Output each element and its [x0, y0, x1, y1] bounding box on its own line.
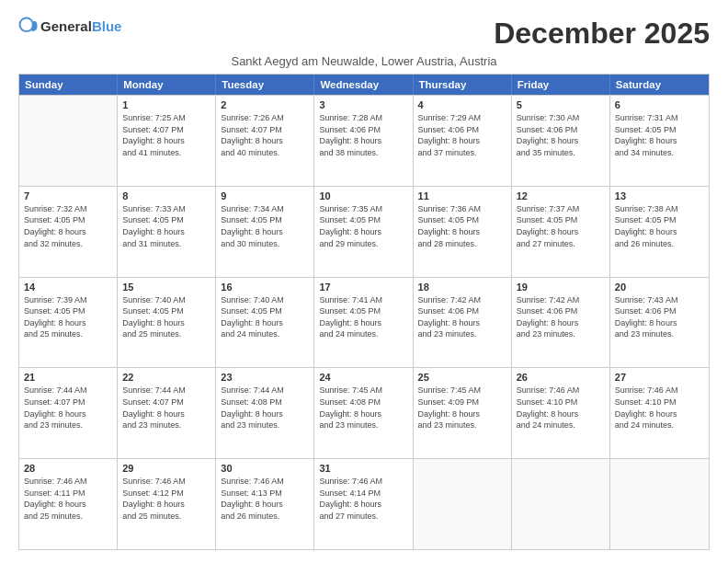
day-number: 6 — [615, 99, 704, 110]
calendar-cell: 13Sunrise: 7:38 AM Sunset: 4:05 PM Dayli… — [610, 187, 709, 277]
logo-general: General — [40, 18, 92, 34]
calendar-cell: 18Sunrise: 7:42 AM Sunset: 4:06 PM Dayli… — [414, 278, 512, 368]
day-number: 26 — [517, 372, 605, 383]
day-number: 1 — [122, 99, 210, 110]
day-info: Sunrise: 7:44 AM Sunset: 4:07 PM Dayligh… — [24, 385, 112, 431]
calendar-cell: 5Sunrise: 7:30 AM Sunset: 4:06 PM Daylig… — [512, 96, 610, 186]
day-info: Sunrise: 7:44 AM Sunset: 4:07 PM Dayligh… — [122, 385, 210, 431]
day-number: 29 — [122, 463, 210, 474]
day-number: 25 — [418, 372, 506, 383]
weekday-header: Monday — [118, 75, 216, 95]
calendar-cell — [512, 459, 610, 549]
day-info: Sunrise: 7:40 AM Sunset: 4:05 PM Dayligh… — [221, 294, 309, 340]
calendar-cell: 9Sunrise: 7:34 AM Sunset: 4:05 PM Daylig… — [216, 187, 314, 277]
day-number: 30 — [221, 463, 309, 474]
calendar-cell: 23Sunrise: 7:44 AM Sunset: 4:08 PM Dayli… — [216, 368, 314, 458]
day-number: 9 — [221, 190, 309, 201]
day-info: Sunrise: 7:46 AM Sunset: 4:12 PM Dayligh… — [122, 476, 210, 522]
weekday-header: Tuesday — [216, 75, 314, 95]
day-number: 4 — [418, 99, 506, 110]
calendar-cell: 29Sunrise: 7:46 AM Sunset: 4:12 PM Dayli… — [118, 459, 216, 549]
day-info: Sunrise: 7:40 AM Sunset: 4:05 PM Dayligh… — [122, 294, 210, 340]
day-number: 7 — [24, 190, 112, 201]
day-number: 13 — [615, 190, 704, 201]
calendar-cell: 21Sunrise: 7:44 AM Sunset: 4:07 PM Dayli… — [19, 368, 118, 458]
day-number: 17 — [319, 282, 407, 293]
day-number: 5 — [517, 99, 605, 110]
day-number: 12 — [517, 190, 605, 201]
day-info: Sunrise: 7:45 AM Sunset: 4:08 PM Dayligh… — [319, 385, 407, 431]
day-number: 10 — [319, 190, 407, 201]
calendar-cell: 6Sunrise: 7:31 AM Sunset: 4:05 PM Daylig… — [610, 96, 709, 186]
header-row: GeneralBlue December 2025 — [18, 17, 710, 51]
calendar-cell: 22Sunrise: 7:44 AM Sunset: 4:07 PM Dayli… — [118, 368, 216, 458]
day-number: 19 — [517, 282, 605, 293]
day-number: 27 — [615, 372, 704, 383]
month-title: December 2025 — [494, 17, 710, 51]
calendar-cell: 16Sunrise: 7:40 AM Sunset: 4:05 PM Dayli… — [216, 278, 314, 368]
day-info: Sunrise: 7:41 AM Sunset: 4:05 PM Dayligh… — [319, 294, 407, 340]
calendar-cell: 10Sunrise: 7:35 AM Sunset: 4:05 PM Dayli… — [314, 187, 413, 277]
calendar-cell: 28Sunrise: 7:46 AM Sunset: 4:11 PM Dayli… — [19, 459, 118, 549]
day-info: Sunrise: 7:46 AM Sunset: 4:13 PM Dayligh… — [221, 476, 309, 522]
day-number: 15 — [122, 282, 210, 293]
calendar-week: 14Sunrise: 7:39 AM Sunset: 4:05 PM Dayli… — [19, 277, 709, 368]
day-info: Sunrise: 7:46 AM Sunset: 4:10 PM Dayligh… — [517, 385, 605, 431]
calendar-cell: 11Sunrise: 7:36 AM Sunset: 4:05 PM Dayli… — [414, 187, 512, 277]
day-info: Sunrise: 7:30 AM Sunset: 4:06 PM Dayligh… — [517, 112, 605, 158]
calendar-cell: 30Sunrise: 7:46 AM Sunset: 4:13 PM Dayli… — [216, 459, 314, 549]
calendar-cell — [610, 459, 709, 549]
day-number: 18 — [418, 282, 506, 293]
day-info: Sunrise: 7:33 AM Sunset: 4:05 PM Dayligh… — [122, 203, 210, 249]
calendar-cell: 3Sunrise: 7:28 AM Sunset: 4:06 PM Daylig… — [314, 96, 413, 186]
weekday-header: Sunday — [19, 75, 118, 95]
calendar-week: 7Sunrise: 7:32 AM Sunset: 4:05 PM Daylig… — [19, 186, 709, 277]
calendar-cell: 1Sunrise: 7:25 AM Sunset: 4:07 PM Daylig… — [118, 96, 216, 186]
day-number: 2 — [221, 99, 309, 110]
day-info: Sunrise: 7:26 AM Sunset: 4:07 PM Dayligh… — [221, 112, 309, 158]
day-info: Sunrise: 7:39 AM Sunset: 4:05 PM Dayligh… — [24, 294, 112, 340]
calendar-cell — [414, 459, 512, 549]
day-number: 31 — [319, 463, 407, 474]
calendar-week: 1Sunrise: 7:25 AM Sunset: 4:07 PM Daylig… — [19, 95, 709, 186]
calendar-cell: 7Sunrise: 7:32 AM Sunset: 4:05 PM Daylig… — [19, 187, 118, 277]
calendar-header: SundayMondayTuesdayWednesdayThursdayFrid… — [19, 75, 709, 95]
day-info: Sunrise: 7:46 AM Sunset: 4:14 PM Dayligh… — [319, 476, 407, 522]
day-number: 22 — [122, 372, 210, 383]
day-number: 14 — [24, 282, 112, 293]
calendar-cell: 2Sunrise: 7:26 AM Sunset: 4:07 PM Daylig… — [216, 96, 314, 186]
calendar-cell: 8Sunrise: 7:33 AM Sunset: 4:05 PM Daylig… — [118, 187, 216, 277]
calendar-cell: 20Sunrise: 7:43 AM Sunset: 4:06 PM Dayli… — [610, 278, 709, 368]
day-number: 28 — [24, 463, 112, 474]
day-info: Sunrise: 7:42 AM Sunset: 4:06 PM Dayligh… — [517, 294, 605, 340]
day-info: Sunrise: 7:43 AM Sunset: 4:06 PM Dayligh… — [615, 294, 704, 340]
day-number: 8 — [122, 190, 210, 201]
calendar-cell: 15Sunrise: 7:40 AM Sunset: 4:05 PM Dayli… — [118, 278, 216, 368]
day-number: 20 — [615, 282, 704, 293]
day-info: Sunrise: 7:36 AM Sunset: 4:05 PM Dayligh… — [418, 203, 506, 249]
day-info: Sunrise: 7:46 AM Sunset: 4:10 PM Dayligh… — [615, 385, 704, 431]
calendar-cell: 27Sunrise: 7:46 AM Sunset: 4:10 PM Dayli… — [610, 368, 709, 458]
day-info: Sunrise: 7:34 AM Sunset: 4:05 PM Dayligh… — [221, 203, 309, 249]
day-info: Sunrise: 7:32 AM Sunset: 4:05 PM Dayligh… — [24, 203, 112, 249]
calendar-cell: 14Sunrise: 7:39 AM Sunset: 4:05 PM Dayli… — [19, 278, 118, 368]
day-info: Sunrise: 7:46 AM Sunset: 4:11 PM Dayligh… — [24, 476, 112, 522]
calendar: SundayMondayTuesdayWednesdayThursdayFrid… — [18, 74, 710, 550]
logo-blue: Blue — [92, 18, 122, 34]
calendar-cell: 4Sunrise: 7:29 AM Sunset: 4:06 PM Daylig… — [414, 96, 512, 186]
subtitle: Sankt Aegyd am Neuwalde, Lower Austria, … — [18, 54, 710, 68]
calendar-cell: 24Sunrise: 7:45 AM Sunset: 4:08 PM Dayli… — [314, 368, 413, 458]
day-number: 23 — [221, 372, 309, 383]
day-info: Sunrise: 7:35 AM Sunset: 4:05 PM Dayligh… — [319, 203, 407, 249]
calendar-cell: 31Sunrise: 7:46 AM Sunset: 4:14 PM Dayli… — [314, 459, 413, 549]
day-info: Sunrise: 7:37 AM Sunset: 4:05 PM Dayligh… — [517, 203, 605, 249]
day-info: Sunrise: 7:25 AM Sunset: 4:07 PM Dayligh… — [122, 112, 210, 158]
calendar-cell: 26Sunrise: 7:46 AM Sunset: 4:10 PM Dayli… — [512, 368, 610, 458]
day-info: Sunrise: 7:29 AM Sunset: 4:06 PM Dayligh… — [418, 112, 506, 158]
day-number: 16 — [221, 282, 309, 293]
day-info: Sunrise: 7:28 AM Sunset: 4:06 PM Dayligh… — [319, 112, 407, 158]
day-info: Sunrise: 7:44 AM Sunset: 4:08 PM Dayligh… — [221, 385, 309, 431]
logo: GeneralBlue — [18, 17, 121, 37]
weekday-header: Wednesday — [314, 75, 413, 95]
calendar-week: 28Sunrise: 7:46 AM Sunset: 4:11 PM Dayli… — [19, 458, 709, 549]
